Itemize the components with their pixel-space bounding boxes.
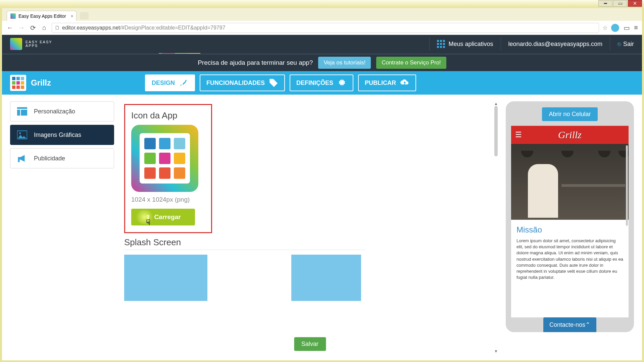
tab-close-icon[interactable]: × bbox=[70, 13, 73, 19]
device-mode-icon[interactable]: ▭ bbox=[623, 24, 631, 32]
browser-menu-icon[interactable]: ≡ bbox=[634, 24, 638, 32]
tab-design[interactable]: DESIGN bbox=[145, 74, 195, 91]
cursor-pointer-icon: ☟ bbox=[146, 218, 150, 227]
divider bbox=[124, 250, 366, 250]
preview-scrollbar[interactable] bbox=[626, 145, 628, 226]
cloud-upload-icon bbox=[400, 78, 409, 88]
image-icon bbox=[16, 130, 28, 140]
new-tab-button[interactable] bbox=[80, 12, 89, 19]
section-title-icon: Icon da App bbox=[131, 110, 205, 121]
tab-publish-label: PUBLICAR bbox=[365, 80, 396, 87]
logout-label: Sair bbox=[623, 41, 634, 47]
brand-logo bbox=[10, 38, 22, 50]
preview-section-title: Missão bbox=[516, 225, 623, 235]
window-maximize-button[interactable]: ▭ bbox=[613, 0, 627, 7]
forward-button[interactable]: → bbox=[17, 24, 26, 32]
back-button[interactable]: ← bbox=[6, 24, 14, 32]
window-minimize-button[interactable]: ━ bbox=[598, 0, 612, 7]
svg-rect-6 bbox=[18, 160, 20, 162]
contact-bar[interactable]: Contacte-nos ⌃ bbox=[543, 317, 596, 332]
logout-link[interactable]: ⎋Sair bbox=[617, 41, 634, 48]
tab-settings-label: DEFINIÇÕES bbox=[296, 80, 333, 87]
my-apps-label: Meus aplicativos bbox=[448, 41, 493, 48]
home-button[interactable]: ⌂ bbox=[40, 24, 48, 32]
sidebar-label: Imagens Gráficas bbox=[34, 132, 81, 139]
browser-tabstrip: Easy Easy Apps Editor × bbox=[2, 8, 642, 21]
preview-hero-image bbox=[511, 144, 629, 220]
url-host: editor.easyeasyapps.net bbox=[62, 25, 120, 31]
hamburger-icon[interactable]: ☰ bbox=[515, 131, 522, 139]
tag-icon bbox=[269, 78, 278, 88]
brush-icon bbox=[179, 78, 188, 88]
window-close-button[interactable]: ✕ bbox=[628, 0, 642, 7]
app-icon-preview bbox=[131, 125, 198, 192]
splash-preview-portrait[interactable] bbox=[291, 255, 361, 301]
browser-tab[interactable]: Easy Easy Apps Editor × bbox=[7, 11, 77, 21]
tab-favicon bbox=[10, 13, 16, 19]
scrollbar-thumb[interactable] bbox=[494, 106, 498, 156]
svg-rect-3 bbox=[21, 110, 27, 116]
app-name: Grillz bbox=[31, 78, 51, 88]
upload-label: Carregar bbox=[154, 213, 181, 221]
brand-text: EASY EASY APPS bbox=[26, 40, 52, 48]
phone-screen: ☰ Grillz Missão Lorem ipsum dolor sit am… bbox=[511, 126, 629, 317]
splash-preview-landscape[interactable] bbox=[124, 255, 207, 301]
contact-label: Contacte-nos bbox=[549, 321, 585, 328]
sidebar-item-ads[interactable]: Publicidade bbox=[10, 148, 114, 168]
help-question: Precisa de ajuda para terminar seu app? bbox=[198, 59, 313, 66]
preview-app-title: Grillz bbox=[558, 129, 582, 141]
url-path: /#DesignPlace:editable=EDIT&appId=79797 bbox=[120, 25, 226, 31]
apps-grid-icon bbox=[437, 40, 445, 48]
chevron-up-icon: ⌃ bbox=[585, 321, 590, 328]
sidebar-item-images[interactable]: Imagens Gráficas bbox=[10, 125, 114, 145]
tab-design-label: DESIGN bbox=[152, 80, 175, 87]
bookmark-icon[interactable]: ☆ bbox=[602, 24, 608, 32]
tab-features-label: FUNCIONALIDADES bbox=[206, 80, 265, 87]
gear-icon bbox=[337, 78, 347, 88]
content-scrollbar[interactable]: ▲ ▼ bbox=[493, 101, 499, 354]
app-brand: Grillz bbox=[10, 75, 51, 91]
sidebar-label: Personalização bbox=[34, 108, 75, 115]
app-header: EASY EASY APPS Meus aplicativos leonardo… bbox=[2, 35, 642, 53]
sidebar-item-personalization[interactable]: Personalização bbox=[10, 101, 114, 121]
app-icon-section: Icon da App 1024 x 1024px (png) ⬆ bbox=[124, 104, 212, 233]
extension-button[interactable] bbox=[611, 24, 619, 32]
hire-pro-button[interactable]: Contrate o Serviço Pro! bbox=[376, 57, 446, 69]
icon-size-hint: 1024 x 1024px (png) bbox=[131, 196, 205, 203]
sidebar: Personalização Imagens Gráficas Publicid… bbox=[10, 101, 114, 354]
upload-icon-button[interactable]: ⬆ Carregar ☟ bbox=[131, 209, 195, 225]
phone-preview: Abrir no Celular ☰ Grillz Missão Lorem i… bbox=[506, 101, 634, 332]
save-button[interactable]: Salvar bbox=[294, 337, 326, 351]
tab-features[interactable]: FUNCIONALIDADES bbox=[200, 74, 285, 91]
svg-rect-1 bbox=[17, 107, 27, 109]
tab-publish[interactable]: PUBLICAR bbox=[358, 74, 416, 91]
open-on-phone-button[interactable]: Abrir no Celular bbox=[542, 107, 597, 121]
sidebar-label: Publicidade bbox=[34, 155, 65, 162]
app-icon bbox=[10, 75, 26, 91]
user-email: leonardo.dias@easyeasyapps.com bbox=[508, 41, 602, 48]
megaphone-icon bbox=[16, 154, 28, 163]
address-bar[interactable]: 🗋 editor.easyeasyapps.net/#DesignPlace:e… bbox=[52, 23, 599, 33]
section-title-splash: Splash Screen bbox=[124, 237, 489, 248]
my-apps-link[interactable]: Meus aplicativos bbox=[437, 40, 493, 48]
tab-settings[interactable]: DEFINIÇÕES bbox=[290, 74, 353, 91]
scroll-down-icon[interactable]: ▼ bbox=[494, 349, 498, 354]
help-strip: Precisa de ajuda para terminar seu app? … bbox=[2, 54, 642, 71]
layout-icon bbox=[16, 107, 28, 116]
preview-app-header: ☰ Grillz bbox=[511, 126, 629, 144]
page-icon: 🗋 bbox=[55, 25, 60, 31]
nav-bar: Grillz DESIGN FUNCIONALIDADES DEFINIÇÕES… bbox=[2, 71, 642, 95]
window-titlebar: ━ ▭ ✕ bbox=[0, 0, 644, 8]
svg-point-5 bbox=[19, 133, 21, 134]
preview-body-text: Lorem ipsum dolor sit amet, consectetur … bbox=[516, 238, 623, 280]
browser-toolbar: ← → ⟳ ⌂ 🗋 editor.easyeasyapps.net/#Desig… bbox=[2, 21, 642, 35]
tab-title: Easy Easy Apps Editor bbox=[18, 13, 66, 19]
scroll-up-icon[interactable]: ▲ bbox=[494, 101, 498, 106]
exit-icon: ⎋ bbox=[617, 41, 621, 47]
tutorials-button[interactable]: Veja os tutoriais! bbox=[318, 57, 371, 69]
svg-rect-2 bbox=[17, 110, 20, 116]
reload-button[interactable]: ⟳ bbox=[29, 24, 37, 32]
